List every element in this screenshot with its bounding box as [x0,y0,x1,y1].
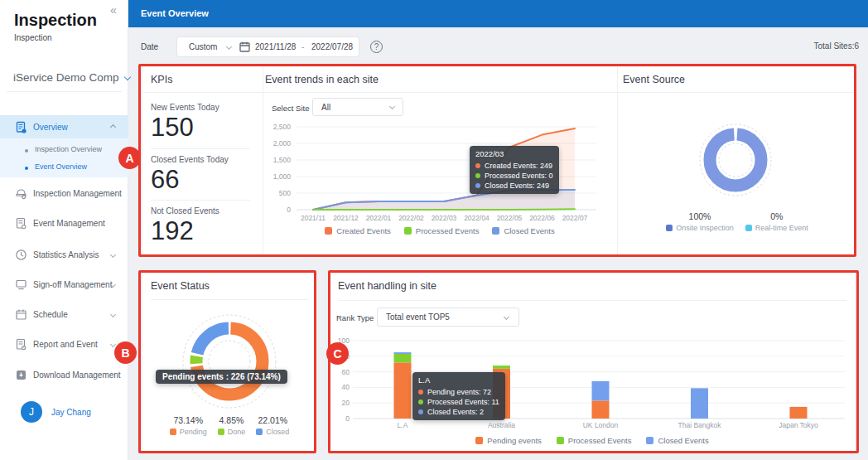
bullet-icon [25,149,28,153]
legend-percent: 0% [770,211,783,221]
sidebar-item-inspection-management[interactable]: Inspection Management [0,183,128,203]
sidebar-collapse-icon[interactable]: « [110,3,117,17]
dot-icon [418,409,423,414]
legend-percent: 4.85% [219,415,244,425]
legend-swatch [475,437,483,444]
source-title: Event Source [623,74,685,85]
chevron-down-icon [504,314,509,320]
kpi-value: 66 [151,165,179,195]
legend-swatch [646,437,653,444]
svg-text:UK London: UK London [583,421,619,429]
org-selector[interactable]: iService Demo Comp [13,71,130,84]
svg-text:2022/04: 2022/04 [464,214,489,222]
legend-closed-events[interactable]: Closed Events [646,436,708,445]
rank-type-dropdown[interactable]: Total event TOP5 [377,307,519,327]
select-site-value: All [321,103,330,112]
trends-chart-svg: 05001,0001,5002,0002,5002021/112021/1220… [261,116,617,242]
legend-label: Processed Events [568,436,632,445]
date-to-value[interactable]: 2022/07/28 [311,42,353,51]
source-chart[interactable] [686,110,785,210]
legend-label: Pending [180,428,207,436]
inspection-management-icon [15,187,27,200]
status-title: Event Status [151,280,210,292]
kpi-value: 150 [151,113,194,143]
select-site-dropdown[interactable]: All [312,98,403,116]
sidebar: « Inspection Inspection iService Demo Co… [0,0,128,460]
svg-text:2022/02: 2022/02 [398,214,424,222]
svg-text:2021/11: 2021/11 [301,214,326,222]
date-from-value[interactable]: 2021/11/28 [255,42,296,51]
legend-onsite-inspection[interactable]: 100% Onsite Inspection [666,211,734,232]
date-range-type[interactable]: Custom [189,42,217,51]
sidebar-item-report-and-event[interactable]: Report and Event [0,334,128,354]
svg-text:2022/07: 2022/07 [562,214,588,222]
sidebar-item-schedule[interactable]: Schedule [0,304,128,324]
tooltip-row: Created Events: 249 [485,161,552,171]
legend-closed[interactable]: 22.01% Closed [256,415,289,436]
rank-type-value: Total event TOP5 [386,312,450,322]
status-chart[interactable] [180,312,279,411]
sidebar-item-overview[interactable]: Overview [0,117,128,137]
help-icon[interactable]: ? [370,41,383,53]
legend-pending[interactable]: 73.14% Pending [170,415,207,436]
handling-legend[interactable]: Pending events Processed Events Closed E… [330,436,855,445]
sidebar-item-label: Schedule [33,310,68,319]
signoff-management-icon [15,278,27,291]
source-legend[interactable]: 100% Onsite Inspection 0% Real-time Even… [646,211,828,232]
sidebar-item-event-management[interactable]: Event Management [0,213,128,233]
sidebar-item-event-overview[interactable]: Event Overview [0,161,128,177]
svg-text:2022/06: 2022/06 [529,214,555,222]
svg-text:0: 0 [345,414,350,423]
legend-realtime-event[interactable]: 0% Real-time Event [745,211,808,232]
total-sites: Total Sites:6 [770,41,859,51]
svg-text:40: 40 [342,383,350,391]
legend-label: Onsite Inspection [676,224,734,232]
svg-text:2022/03: 2022/03 [432,214,457,222]
sidebar-item-label: Statistics Analysis [33,250,99,259]
legend-swatch [745,225,752,231]
statistics-analysis-icon [15,249,27,261]
rank-type-label: Rank Type [336,313,374,322]
title-divider [142,92,855,93]
date-filter-label: Date [141,42,158,51]
legend-created-events[interactable]: Created Events [325,226,390,235]
trends-legend[interactable]: Created Events Processed Events Closed E… [263,226,617,235]
legend-swatch [404,227,412,235]
sidebar-item-label: Inspection Management [33,189,122,198]
chevron-down-icon [389,104,395,109]
legend-processed-events[interactable]: Processed Events [557,436,632,445]
kpis-title: KPIs [151,74,172,85]
sidebar-item-statistics-analysis[interactable]: Statistics Analysis [0,245,128,264]
kpi-label: Not Closed Events [151,206,219,215]
legend-swatch [170,429,176,435]
date-range-control[interactable]: Custom 2021/11/28 - 2022/07/28 [176,36,359,57]
top-bar: Event Overview [128,0,868,27]
chevron-down-icon [110,251,116,257]
sidebar-item-signoff-management[interactable]: Sign-off Management [0,274,128,294]
bullet-icon [25,167,28,170]
avatar[interactable]: J [21,401,42,423]
status-legend[interactable]: 73.14% Pending 4.85% Done 22.01% Closed [144,415,315,436]
legend-swatch [325,227,332,235]
sidebar-item-inspection-overview[interactable]: Inspection Overview [0,143,128,160]
download-management-icon [15,369,27,381]
legend-processed-events[interactable]: Processed Events [404,226,480,235]
app-root: « Inspection Inspection iService Demo Co… [0,0,868,460]
source-chart-svg [686,110,785,210]
trends-chart[interactable]: 05001,0001,5002,0002,5002021/112021/1220… [261,116,617,242]
sidebar-item-download-management[interactable]: Download Management [0,365,128,385]
tooltip-row: Processed Events: 11 [427,397,499,407]
svg-text:20: 20 [342,399,350,407]
dot-icon [475,173,480,178]
legend-closed-events[interactable]: Closed Events [492,226,554,235]
legend-swatch [218,429,224,435]
legend-pending-events[interactable]: Pending events [475,436,542,445]
sidebar-divider [7,91,122,92]
legend-done[interactable]: 4.85% Done [218,415,246,436]
sidebar-item-label: Sign-off Management [33,280,112,289]
kpi-divider [151,148,250,149]
legend-label: Real-time Event [755,224,808,232]
svg-text:Australia: Australia [488,421,515,429]
legend-percent: 73.14% [173,415,203,425]
kpi-label: New Events Today [151,103,219,112]
